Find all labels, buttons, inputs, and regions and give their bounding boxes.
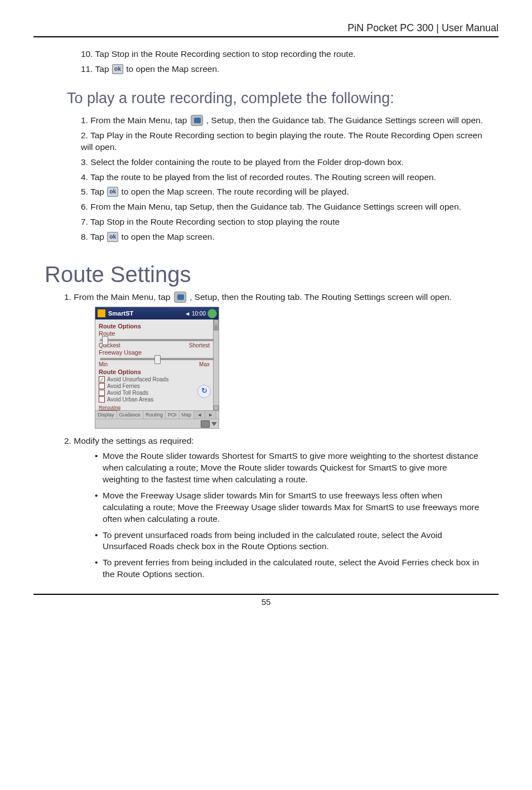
setup-icon — [191, 115, 203, 126]
checkbox[interactable] — [99, 383, 105, 389]
device-tabs: DisplayGuidanceRoutingPOIMap◄► — [95, 410, 219, 419]
ok-icon: ok — [107, 187, 118, 197]
route-bullets: Move the Route slider towards Shortest f… — [33, 450, 499, 580]
device-screenshot: SmartST ◄ 10:00 Route Options Route Quic… — [95, 307, 219, 429]
device-tab[interactable]: Guidance — [117, 411, 144, 419]
freeway-slider[interactable] — [100, 358, 214, 360]
bullet-item: Move the Freeway Usage slider towards Mi… — [95, 490, 499, 525]
device-tab[interactable]: Display — [95, 411, 117, 419]
device-tab[interactable]: Routing — [143, 411, 166, 419]
checkbox[interactable]: ✓ — [99, 376, 105, 382]
route-options-heading-1: Route Options — [99, 323, 215, 329]
device-tab[interactable]: Map — [180, 411, 195, 419]
device-clock: ◄ 10:00 — [185, 311, 206, 317]
header-title: PiN Pocket PC 300 | User Manual — [33, 22, 499, 37]
top-steps: 10. Tap Stop in the Route Recording sect… — [33, 49, 499, 75]
freeway-slider-right: Max — [199, 361, 210, 367]
page-number: 55 — [33, 594, 499, 607]
ok-icon: ok — [107, 232, 118, 242]
checkbox-label: Avoid Unsurfaced Roads — [107, 376, 168, 382]
device-footer — [95, 419, 219, 428]
section-play-heading: To play a route recording, complete the … — [33, 90, 499, 107]
device-tab[interactable]: POI — [166, 411, 180, 419]
checkbox-row[interactable]: Avoid Urban Areas — [99, 396, 215, 403]
checkbox-label: Avoid Urban Areas — [107, 396, 153, 403]
bullet-item: To prevent unsurfaced roads from being i… — [95, 530, 499, 553]
menu-caret-icon[interactable] — [211, 422, 217, 426]
ok-icon: ok — [112, 64, 123, 74]
rerouting-label: Rerouting — [99, 405, 215, 410]
checkbox-row[interactable]: ✓Avoid Unsurfaced Roads — [99, 376, 215, 382]
route-intro: 1. From the Main Menu, tap , Setup, then… — [33, 292, 499, 303]
checkbox[interactable] — [99, 390, 105, 396]
setup-icon — [174, 292, 186, 303]
section-route-heading: Route Settings — [33, 262, 499, 287]
keyboard-icon[interactable] — [201, 420, 210, 428]
bullet-item: Move the Route slider towards Shortest f… — [95, 450, 499, 486]
route-label: Route — [99, 330, 215, 337]
refresh-button[interactable]: ↻ — [197, 385, 211, 398]
checkbox[interactable] — [99, 396, 105, 403]
bullet-item: To prevent ferries from being included i… — [95, 557, 499, 580]
route-slider[interactable] — [100, 339, 214, 341]
scrollbar[interactable] — [213, 319, 219, 410]
ok-button[interactable] — [207, 309, 217, 318]
route-options-heading-2: Route Options — [99, 369, 215, 375]
freeway-slider-left: Min — [99, 361, 108, 367]
tab-arrow[interactable]: ◄ — [194, 411, 205, 419]
device-title: SmartST — [108, 310, 133, 317]
device-titlebar: SmartST ◄ 10:00 — [95, 307, 219, 319]
app-icon — [97, 309, 106, 318]
route-slider-right: Shortest — [189, 342, 210, 348]
checkbox-label: Avoid Toll Roads — [107, 390, 148, 396]
tab-arrow[interactable]: ► — [205, 411, 216, 419]
checkbox-label: Avoid Ferries — [107, 383, 140, 389]
route-step-2: 2. Modify the settings as required: — [33, 435, 499, 447]
play-steps: 1. From the Main Menu, tap , Setup, then… — [33, 115, 499, 243]
